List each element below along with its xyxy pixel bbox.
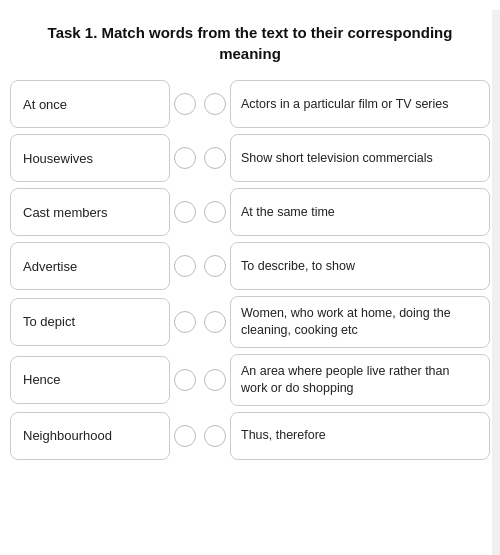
- right-definition-4: To describe, to show: [230, 242, 490, 290]
- radio-right-1[interactable]: [204, 93, 226, 115]
- radio-group-7: [174, 425, 226, 447]
- radio-group-5: [174, 311, 226, 333]
- page-title: Task 1. Match words from the text to the…: [0, 10, 500, 80]
- right-definition-1: Actors in a particular film or TV series: [230, 80, 490, 128]
- right-definition-6: An area where people live rather than wo…: [230, 354, 490, 406]
- radio-right-7[interactable]: [204, 425, 226, 447]
- radio-left-1[interactable]: [174, 93, 196, 115]
- radio-group-6: [174, 369, 226, 391]
- radio-left-4[interactable]: [174, 255, 196, 277]
- radio-right-3[interactable]: [204, 201, 226, 223]
- left-term-6: Hence: [10, 356, 170, 404]
- left-term-7: Neighbourhood: [10, 412, 170, 460]
- radio-left-6[interactable]: [174, 369, 196, 391]
- right-definition-3: At the same time: [230, 188, 490, 236]
- radio-group-2: [174, 147, 226, 169]
- match-row: AdvertiseTo describe, to show: [10, 242, 490, 290]
- page-wrapper: Task 1. Match words from the text to the…: [0, 10, 500, 555]
- right-definition-2: Show short television commercials: [230, 134, 490, 182]
- radio-group-4: [174, 255, 226, 277]
- match-row: NeighbourhoodThus, therefore: [10, 412, 490, 460]
- match-row: HenceAn area where people live rather th…: [10, 354, 490, 406]
- left-term-4: Advertise: [10, 242, 170, 290]
- left-term-1: At once: [10, 80, 170, 128]
- right-definition-7: Thus, therefore: [230, 412, 490, 460]
- radio-right-5[interactable]: [204, 311, 226, 333]
- match-row: HousewivesShow short television commerci…: [10, 134, 490, 182]
- match-row: At onceActors in a particular film or TV…: [10, 80, 490, 128]
- left-term-5: To depict: [10, 298, 170, 346]
- matching-container: At onceActors in a particular film or TV…: [0, 80, 500, 460]
- radio-right-2[interactable]: [204, 147, 226, 169]
- left-term-2: Housewives: [10, 134, 170, 182]
- radio-left-2[interactable]: [174, 147, 196, 169]
- match-row: Cast membersAt the same time: [10, 188, 490, 236]
- radio-group-1: [174, 93, 226, 115]
- right-definition-5: Women, who work at home, doing the clean…: [230, 296, 490, 348]
- radio-right-6[interactable]: [204, 369, 226, 391]
- radio-right-4[interactable]: [204, 255, 226, 277]
- match-row: To depictWomen, who work at home, doing …: [10, 296, 490, 348]
- left-term-3: Cast members: [10, 188, 170, 236]
- radio-left-7[interactable]: [174, 425, 196, 447]
- scrollbar[interactable]: [492, 10, 500, 555]
- radio-left-3[interactable]: [174, 201, 196, 223]
- radio-left-5[interactable]: [174, 311, 196, 333]
- radio-group-3: [174, 201, 226, 223]
